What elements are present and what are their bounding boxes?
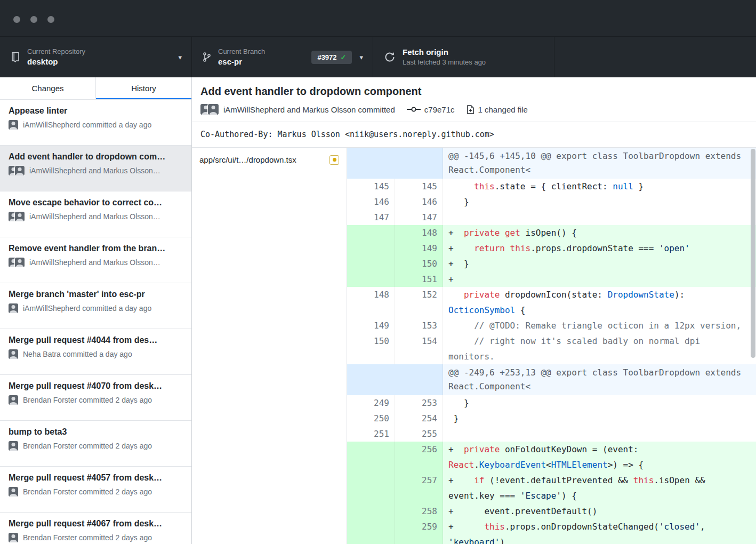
commit-title: Remove event handler from the bran… [9,244,183,253]
diff-old-line-number: 147 [347,210,395,225]
commit-title: Merge pull request #4057 from desk… [9,473,183,483]
toolbar: Current Repository desktop ▾ Current Bra… [0,37,756,77]
diff-new-line-number: 257 [395,473,443,503]
diff-new-line-number: 255 [395,426,443,442]
commit-avatars [9,441,18,451]
commit-item[interactable]: Merge pull request #4067 from desk… Bren… [0,513,191,544]
diff-old-line-number [347,225,395,241]
diff-code-line: // right now it's scaled badly on normal… [443,333,756,364]
modified-dot [333,158,336,162]
chevron-down-icon: ▾ [359,53,363,61]
diff-new-line-number: 149 [395,241,443,256]
diff-old-line-number: 250 [347,411,395,426]
fetch-origin-button[interactable]: Fetch origin Last fetched 3 minutes ago [373,37,554,77]
main-pane: Add event handler to dropdown component … [192,77,756,544]
commit-item[interactable]: Appease linter iAmWillShepherd committed… [0,100,191,146]
diff-code-line: + private get isOpen() { [443,225,756,241]
changed-files-text: 1 changed file [478,105,528,114]
commit-meta: iAmWillShepherd and Markus Olsson… [9,166,183,175]
minimize-button[interactable] [30,16,37,23]
avatar [9,441,18,451]
commit-avatars [9,303,18,313]
diff-code-line: + [443,271,756,287]
file-row[interactable]: app/src/ui/t…/dropdown.tsx [192,148,347,172]
avatar [208,104,219,115]
diff-hunk-row: @@ -249,6 +253,13 @@ export class Toolba… [347,364,756,395]
diff-new-line-number: 151 [395,271,443,287]
diff-line-row: 150154 // right now it's scaled badly on… [347,333,756,364]
diff-new-line-number: 152 [395,287,443,318]
commit-meta-text: iAmWillShepherd and Markus Olsson… [29,258,160,267]
pr-number: #3972 [317,53,336,61]
commit-meta-row: iAmWillShepherd and Markus Olsson commit… [200,104,747,115]
current-repository-label: Current Repository [27,47,85,56]
current-branch-button[interactable]: Current Branch esc-pr #3972 ✓ ▾ [192,37,373,77]
titlebar [0,0,756,37]
commit-title-heading: Add event handler to dropdown component [200,85,747,98]
diff-code-line [443,210,756,225]
zoom-button[interactable] [47,16,54,23]
commit-item[interactable]: bump to beta3 Brendan Forster committed … [0,421,191,467]
diff-code-line: private dropdownIcon(state: DropdownStat… [443,287,756,318]
commit-item[interactable]: Add event handler to dropdown com… iAmWi… [0,146,191,191]
commit-meta: Brendan Forster committed 2 days ago [9,441,183,451]
diff-old-line-number: 145 [347,179,395,194]
diff-line-row: 146146 } [347,194,756,210]
file-list: app/src/ui/t…/dropdown.tsx [192,148,347,544]
diff-line-row: 145145 this.state = { clientRect: null } [347,179,756,194]
check-icon: ✓ [341,53,347,61]
diff-new-line-number: 258 [395,503,443,519]
diff-line-row: 259+ this.props.onDropdownStateChanged('… [347,519,756,544]
commit-meta: iAmWillShepherd committed a day ago [9,120,183,130]
diff-line-row: 257+ if (!event.defaultPrevented && this… [347,473,756,503]
commit-item[interactable]: Move escape behavior to correct co… iAmW… [0,191,191,237]
scrollbar-thumb[interactable] [751,149,755,358]
diff-new-line-number: 146 [395,194,443,210]
diff-new-line-number: 150 [395,256,443,271]
commit-meta: iAmWillShepherd and Markus Olsson… [9,212,183,221]
commit-title: Merge pull request #4070 from desk… [9,381,183,391]
diff-new-line-number: 145 [395,179,443,194]
commit-avatars [9,258,25,267]
commit-avatars [9,166,25,175]
diff-code-line: + this.props.onDropdownStateChanged('clo… [443,519,756,544]
commit-meta-text: Brendan Forster committed 2 days ago [23,533,152,542]
commit-item[interactable]: Merge branch 'master' into esc-pr iAmWil… [0,283,191,329]
diff-code-line: } [443,194,756,210]
diff-new-line-number: 154 [395,333,443,364]
diff-new-line-number: 254 [395,411,443,426]
avatar [15,258,25,267]
avatar [9,487,18,497]
tab-changes[interactable]: Changes [0,77,96,99]
diff-code-line: + return this.props.dropdownState === 'o… [443,241,756,256]
current-repository-button[interactable]: Current Repository desktop ▾ [0,37,192,77]
commit-avatars [9,533,18,542]
sync-icon [384,51,396,63]
commit-avatars [9,395,18,405]
file-path: app/src/ui/t…/dropdown.tsx [199,155,296,164]
tab-history[interactable]: History [96,77,191,99]
current-repository-value: desktop [27,57,85,67]
modified-file-icon [329,155,339,165]
diff-line-row: 249253 } [347,395,756,411]
commit-item[interactable]: Merge pull request #4070 from desk… Bren… [0,375,191,421]
commit-item[interactable]: Merge pull request #4057 from desk… Bren… [0,467,191,513]
diff-code-line: } [443,411,756,426]
changed-file-icon [467,105,474,114]
diff-old-line-number: 149 [347,318,395,333]
commit-item[interactable]: Remove event handler from the bran… iAmW… [0,237,191,283]
diff-old-line-number [347,519,395,544]
diff-line-row: 150+ } [347,256,756,271]
commit-sha-group: c79e71c [407,105,455,114]
git-branch-icon [203,51,211,63]
commit-avatars [9,487,18,497]
commit-meta-text: Brendan Forster committed 2 days ago [23,487,152,496]
commit-title: Merge pull request #4044 from des… [9,335,183,345]
diff-line-row: 250254 } [347,411,756,426]
diff-line-row: 256+ private onFoldoutKeyDown = (event: … [347,442,756,473]
repo-icon [11,51,20,63]
commit-meta: iAmWillShepherd committed a day ago [9,303,183,313]
commit-item[interactable]: Merge pull request #4044 from des… Neha … [0,329,191,375]
commit-title: Add event handler to dropdown com… [9,152,183,162]
close-button[interactable] [13,16,20,23]
